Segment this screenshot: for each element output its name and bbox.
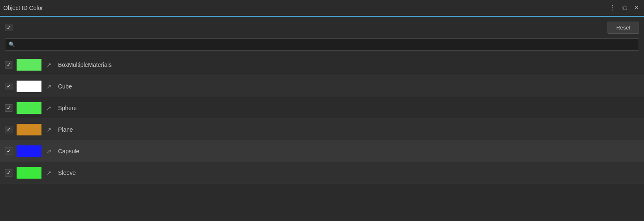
search-icon: 🔍	[9, 42, 15, 47]
item-checkbox[interactable]	[5, 83, 12, 90]
item-checkbox[interactable]	[5, 169, 12, 177]
more-options-button[interactable]: ⋮	[608, 4, 617, 12]
toolbar: Reset	[0, 17, 644, 38]
close-button[interactable]: ✕	[632, 4, 641, 12]
pin-button[interactable]: ↗	[46, 126, 52, 133]
pin-button[interactable]: ↗	[46, 148, 52, 155]
item-name: Sleeve	[58, 169, 76, 176]
color-swatch[interactable]	[17, 167, 41, 179]
color-swatch[interactable]	[17, 59, 41, 71]
main-window: Object ID Color ⋮ ⧉ ✕ Reset 🔍 ↗BoxMultip…	[0, 0, 644, 221]
item-name: Plane	[58, 126, 73, 133]
color-swatch[interactable]	[17, 102, 41, 114]
restore-button[interactable]: ⧉	[621, 4, 629, 12]
color-swatch[interactable]	[17, 145, 41, 157]
object-list: ↗BoxMultipleMaterials↗Cube↗Sphere↗Plane↗…	[0, 54, 644, 221]
item-name: BoxMultipleMaterials	[58, 61, 112, 68]
list-item: ↗Sphere	[0, 97, 644, 119]
item-checkbox[interactable]	[5, 126, 12, 133]
pin-button[interactable]: ↗	[46, 105, 52, 111]
list-item: ↗Plane	[0, 119, 644, 140]
item-name: Cube	[58, 83, 72, 90]
color-swatch[interactable]	[17, 81, 41, 92]
pin-button[interactable]: ↗	[46, 83, 52, 90]
search-bar-container: 🔍	[0, 38, 644, 54]
item-name: Capsule	[58, 148, 79, 155]
list-item: ↗Capsule	[0, 140, 644, 162]
pin-button[interactable]: ↗	[46, 61, 52, 68]
title-bar: Object ID Color ⋮ ⧉ ✕	[0, 0, 644, 17]
pin-button[interactable]: ↗	[46, 169, 52, 176]
search-wrapper: 🔍	[5, 38, 639, 51]
item-checkbox[interactable]	[5, 61, 12, 69]
title-bar-left: Object ID Color	[3, 5, 43, 11]
window-title: Object ID Color	[3, 5, 43, 11]
list-item: ↗Cube	[0, 76, 644, 97]
color-swatch[interactable]	[17, 124, 41, 135]
select-all-checkbox-wrapper	[5, 24, 12, 31]
title-bar-controls: ⋮ ⧉ ✕	[608, 4, 641, 12]
reset-button[interactable]: Reset	[608, 22, 639, 34]
item-checkbox[interactable]	[5, 104, 12, 112]
list-item: ↗Sleeve	[0, 162, 644, 184]
list-item: ↗BoxMultipleMaterials	[0, 54, 644, 76]
item-checkbox[interactable]	[5, 147, 12, 155]
search-input[interactable]	[17, 42, 635, 48]
item-name: Sphere	[58, 105, 77, 111]
select-all-checkbox[interactable]	[5, 24, 12, 31]
